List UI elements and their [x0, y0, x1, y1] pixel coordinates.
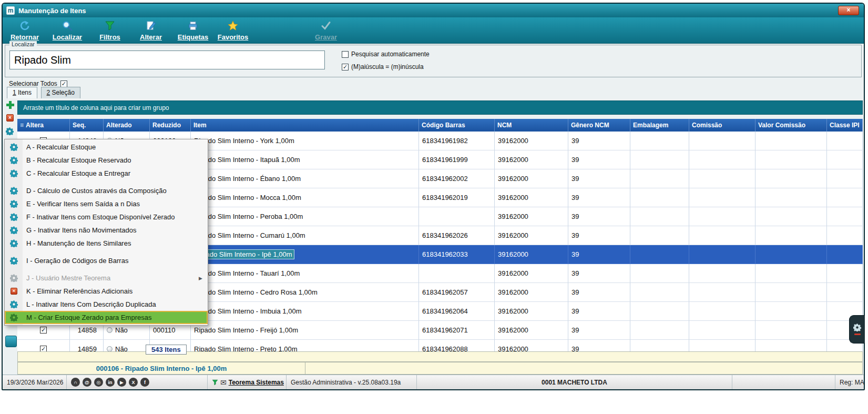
tools-gear-icon[interactable]: [6, 127, 14, 137]
column-header-11[interactable]: Classe IPI: [827, 119, 863, 132]
status-brand-section: ✉ Teorema Sistemas: [208, 375, 287, 389]
column-header-0[interactable]: ≡Altera: [17, 119, 70, 132]
menu-item-g[interactable]: G - Inativar Itens não Movimentados: [5, 224, 208, 237]
select-all-checkbox[interactable]: ✓: [60, 80, 67, 87]
menu-item-a[interactable]: A - Recalcular Estoque: [5, 140, 208, 154]
column-header-1[interactable]: Seq.: [70, 119, 104, 132]
cell-valor: [755, 321, 827, 340]
gravar-button: Gravar: [311, 19, 341, 42]
cell-genero: 39: [568, 207, 630, 226]
cell-comissao: [689, 340, 755, 351]
window-title: Manutenção de Itens: [18, 7, 86, 15]
favoritos-button[interactable]: Favoritos: [216, 19, 250, 42]
auto-search-checkbox[interactable]: [342, 51, 349, 58]
cell-valor: [755, 150, 827, 169]
cell-alterado: Não: [104, 340, 150, 351]
gear-icon: [9, 143, 18, 151]
item-description: Ripado Slim Interno - Itapuã 1,00m: [194, 156, 300, 164]
status-bar: 19/3/2026 Mar/2026 ∩@◎in▶Xf ✉ Teorema Si…: [3, 375, 864, 389]
column-header-9[interactable]: Comissão: [689, 119, 755, 132]
status-spacer: [732, 375, 835, 389]
side-panel-handle[interactable]: [849, 315, 865, 344]
menu-separator: [5, 250, 208, 254]
column-header-2[interactable]: Alterado: [104, 119, 150, 132]
item-description: Ripado Slim Interno - Freijó 1,00m: [194, 326, 298, 334]
column-header-4[interactable]: Item: [191, 119, 419, 132]
cell-embalagem: [630, 150, 689, 169]
column-header-3[interactable]: Reduzido: [150, 119, 191, 132]
item-description: Ripado Slim Interno - Mocca 1,00m: [194, 194, 301, 201]
menu-item-m[interactable]: M - Criar Estoque Zerado para Empresas: [5, 311, 208, 324]
cell-embalagem: [630, 132, 689, 150]
cell-genero: 39: [568, 283, 630, 302]
brand-link[interactable]: Teorema Sistemas: [229, 379, 284, 386]
table-row[interactable]: ✓14859Não000111Ripado Slim Interno - Pre…: [17, 340, 863, 351]
filtros-label: Filtros: [99, 33, 120, 41]
headset-icon[interactable]: ∩: [71, 378, 80, 387]
status-version: Gestão Administrativa - v.25.08a03.19a: [287, 375, 417, 389]
cell-item: Ripado Slim Interno - Imbuia 1,00m: [191, 302, 419, 321]
search-input[interactable]: [9, 51, 325, 69]
localizar-button[interactable]: Localizar: [49, 19, 86, 42]
edit-icon: [146, 21, 156, 31]
menu-item-f[interactable]: F - Inativar Itens com Estoque Disponíve…: [5, 210, 208, 224]
column-header-8[interactable]: Embalagem: [630, 119, 689, 132]
menu-item-b[interactable]: B - Recalcular Estoque Reservado: [5, 154, 208, 167]
instagram-icon[interactable]: ◎: [94, 378, 103, 387]
linkedin-icon[interactable]: in: [106, 378, 115, 387]
column-header-7[interactable]: Gênero NCM: [568, 119, 630, 132]
case-checkbox[interactable]: ✓: [342, 64, 349, 70]
retornar-button[interactable]: Retornar: [7, 19, 43, 42]
search-icon: [62, 21, 73, 31]
menu-item-h[interactable]: H - Manutenção de Itens Similares: [5, 237, 208, 250]
at-icon[interactable]: @: [83, 378, 91, 387]
menu-item-e[interactable]: E - Verificar Itens sem Saída a n Dias: [5, 197, 208, 210]
column-header-6[interactable]: NCM: [495, 119, 568, 132]
youtube-icon[interactable]: ▶: [117, 378, 126, 387]
column-header-label: Classe IPI: [830, 122, 860, 129]
menu-item-d[interactable]: D - Cálculo de Custos através da Composi…: [5, 184, 208, 197]
cell-ipi: [827, 245, 863, 264]
printer-icon: [188, 21, 198, 31]
cell-barcode: 618341961982: [419, 132, 495, 150]
select-all-option[interactable]: Selecionar Todos ✓: [9, 80, 67, 87]
sidebar-teal-button[interactable]: [5, 336, 17, 347]
cell-barcode: 618341962033: [419, 245, 495, 264]
etiquetas-button[interactable]: Etiquetas: [175, 19, 211, 42]
localizar-label: Localizar: [53, 33, 82, 41]
column-header-5[interactable]: Código Barras: [419, 119, 495, 132]
cell-comissao: [689, 150, 755, 169]
menu-item-label: I - Geração de Códigos de Barras: [26, 257, 128, 265]
menu-item-c[interactable]: C - Recalcular Estoque a Entregar: [5, 167, 208, 180]
cell-ipi: [827, 150, 863, 169]
auto-search-option[interactable]: Pesquisar automaticamente: [342, 51, 430, 58]
x-icon[interactable]: X: [129, 378, 138, 387]
delete-item-icon[interactable]: ×: [6, 114, 14, 122]
cell-ipi: [827, 283, 863, 302]
menu-item-l[interactable]: L - Inativar Itens Com Descrição Duplica…: [5, 298, 208, 311]
auto-search-label: Pesquisar automaticamente: [351, 51, 430, 58]
cell-ipi: [827, 226, 863, 245]
row-checkbox[interactable]: ✓: [40, 327, 47, 334]
menu-item-k[interactable]: ×K - Eliminar Referências Adicionais: [5, 285, 208, 298]
menu-item-i[interactable]: I - Geração de Códigos de Barras: [5, 254, 208, 267]
case-option[interactable]: ✓ (M)aiúscula = (m)inúscula: [342, 63, 424, 70]
cell-embalagem: [630, 226, 689, 245]
panel-dash-icon: [854, 334, 861, 335]
close-button[interactable]: ×: [838, 6, 859, 15]
cell-ncm: 39162000: [495, 188, 568, 207]
gear-icon: [9, 156, 18, 164]
cell-valor: [755, 207, 827, 226]
tab-selecao[interactable]: 2 Seleção: [41, 87, 80, 98]
column-header-10[interactable]: Valor Comissão: [755, 119, 827, 132]
filtros-button[interactable]: Filtros: [96, 19, 124, 42]
cell-embalagem: [630, 207, 689, 226]
retornar-label: Retornar: [11, 33, 39, 41]
row-checkbox[interactable]: ✓: [40, 346, 47, 351]
cell-barcode: [419, 207, 495, 226]
add-item-icon[interactable]: [6, 100, 15, 112]
tab-itens[interactable]: 1 Itens: [7, 87, 37, 98]
facebook-icon[interactable]: f: [140, 378, 149, 387]
cell-valor: [755, 188, 827, 207]
alterar-button[interactable]: Alterar: [136, 19, 166, 42]
